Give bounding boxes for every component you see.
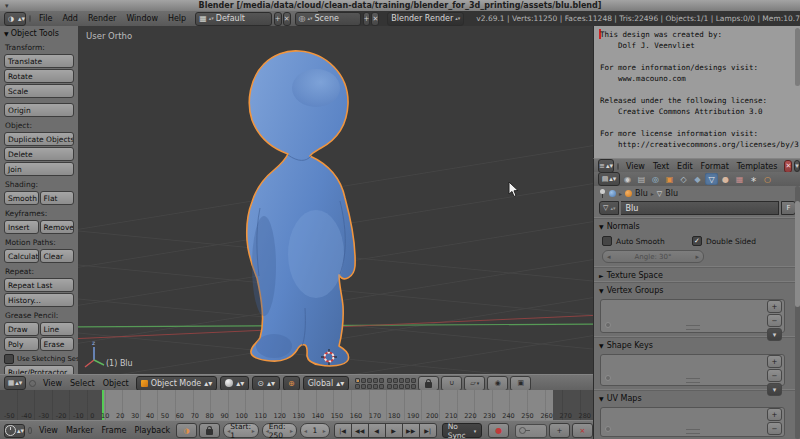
- world-tab-icon[interactable]: ◎: [649, 173, 662, 185]
- close-scene-button[interactable]: ✕: [371, 12, 379, 26]
- layer-toggle[interactable]: [361, 378, 366, 383]
- layer-toggle[interactable]: [387, 384, 392, 389]
- texture-tab-icon[interactable]: ▦: [733, 173, 746, 185]
- panel-header-vertex-groups[interactable]: ▼Vertex Groups: [594, 282, 800, 297]
- preview-range-button[interactable]: ◑: [176, 423, 197, 438]
- menu-item[interactable]: View: [35, 426, 62, 435]
- translate-button[interactable]: Translate: [4, 54, 74, 68]
- auto-smooth-angle-slider[interactable]: ◂ Angle: 30° ▸: [602, 250, 704, 263]
- play-button[interactable]: ▶: [385, 423, 403, 438]
- layer-toggle[interactable]: [367, 384, 372, 389]
- menu-item[interactable]: Object: [99, 379, 133, 388]
- layer-buttons[interactable]: [355, 378, 416, 389]
- render-engine-selector[interactable]: Blender Render ▴▾: [387, 12, 464, 26]
- remove-keyframe-button[interactable]: Remove: [40, 220, 75, 234]
- menu-item[interactable]: Format: [697, 162, 733, 171]
- layer-toggle[interactable]: [405, 378, 410, 383]
- uv-maps-list[interactable]: + −: [600, 407, 785, 437]
- material-tab-icon[interactable]: ●: [719, 173, 732, 185]
- menu-item[interactable]: Render: [83, 14, 121, 23]
- manipulator-toggle[interactable]: ⊕: [283, 376, 300, 391]
- menu-item[interactable]: Text: [649, 162, 673, 171]
- timeline-ruler[interactable]: -50-40-30-20-100102030405060708090100110…: [0, 390, 593, 420]
- layer-group-1[interactable]: [355, 378, 384, 389]
- resize-grip-icon[interactable]: [686, 378, 700, 383]
- gp-draw-button[interactable]: Draw: [4, 322, 39, 336]
- keying-set-field[interactable]: [515, 424, 547, 438]
- clear-paths-button[interactable]: Clear: [40, 249, 75, 263]
- history-button[interactable]: History...: [4, 293, 74, 307]
- object-tab-icon[interactable]: ▣: [663, 173, 676, 185]
- lock-to-scene-button[interactable]: [418, 376, 439, 391]
- render-opengl-anim-button[interactable]: ▣: [510, 376, 531, 391]
- menu-item[interactable]: Select: [66, 379, 99, 388]
- window-menu-icon[interactable]: ▾: [5, 2, 9, 10]
- layer-group-2[interactable]: [387, 378, 416, 389]
- shape-keys-list[interactable]: + − ▾: [600, 354, 785, 386]
- gp-line-button[interactable]: Line: [40, 322, 75, 336]
- browse-text-icon[interactable]: ▾: [794, 160, 800, 172]
- mesh-datablock-icon[interactable]: ▽▴▾: [599, 201, 619, 215]
- pin-icon[interactable]: [599, 189, 606, 198]
- editor-type-button-properties[interactable]: ▤ ▴▾: [598, 172, 620, 186]
- menu-item[interactable]: Frame: [98, 426, 131, 435]
- next-keyframe-button[interactable]: ▶▶: [402, 423, 420, 438]
- origin-button[interactable]: Origin: [4, 103, 74, 117]
- text-editor[interactable]: This design was created by: Dolf J. Veen…: [593, 26, 800, 158]
- header-collapse-icon[interactable]: [29, 15, 31, 22]
- use-sketching-sessions-checkbox[interactable]: Use Sketching Sessions: [4, 354, 76, 364]
- viewport-shading-selector[interactable]: ▴▾: [220, 376, 249, 391]
- remove-uv-map-button[interactable]: −: [767, 422, 782, 435]
- shape-key-specials-button[interactable]: ▾: [767, 383, 782, 396]
- snap-element-selector[interactable]: ▱▾: [464, 376, 485, 391]
- add-uv-map-button[interactable]: +: [767, 408, 782, 421]
- modifiers-tab-icon[interactable]: ◆: [691, 173, 704, 185]
- duplicate-objects-button[interactable]: Duplicate Objects: [4, 132, 74, 146]
- physics-tab-icon[interactable]: ○: [761, 173, 774, 185]
- menu-item[interactable]: File: [34, 14, 57, 23]
- jump-to-end-button[interactable]: ▶|: [419, 423, 437, 438]
- gp-erase-button[interactable]: Erase: [40, 337, 75, 351]
- editor-type-button-timeline[interactable]: ▴▾: [4, 424, 25, 438]
- layer-toggle[interactable]: [399, 378, 404, 383]
- sync-mode-selector[interactable]: No Sync ▾: [442, 423, 483, 438]
- layer-toggle[interactable]: [355, 378, 360, 383]
- particles-tab-icon[interactable]: ∗: [747, 173, 760, 185]
- step-left-icon[interactable]: ◂: [607, 253, 611, 261]
- step-left-icon[interactable]: ◂: [304, 427, 307, 434]
- menu-item[interactable]: Templates: [733, 162, 782, 171]
- join-button[interactable]: Join: [4, 162, 74, 176]
- editor-type-button-3dview[interactable]: ▦ ▴▾: [4, 376, 26, 390]
- layer-toggle[interactable]: [387, 378, 392, 383]
- remove-shape-key-button[interactable]: −: [767, 369, 782, 382]
- flat-button[interactable]: Flat: [40, 191, 75, 205]
- layer-toggle[interactable]: [411, 384, 416, 389]
- frame-start-field[interactable]: ◂ Start: 1 ▸: [223, 423, 258, 438]
- gp-poly-button[interactable]: Poly: [4, 337, 39, 351]
- pivot-center-selector[interactable]: ⊙ ▴▾: [252, 376, 280, 391]
- license-text[interactable]: This design was created by: Dolf J. Veen…: [600, 29, 791, 150]
- layer-toggle[interactable]: [367, 378, 372, 383]
- scene-tab-icon[interactable]: ▤: [635, 173, 648, 185]
- auto-smooth-checkbox[interactable]: [602, 236, 612, 246]
- double-sided-checkbox[interactable]: ✓: [692, 236, 702, 246]
- add-shape-key-button[interactable]: +: [767, 355, 782, 368]
- add-scene-button[interactable]: +: [363, 12, 371, 26]
- menu-item[interactable]: Marker: [62, 426, 98, 435]
- menu-item[interactable]: Help: [163, 14, 191, 23]
- add-layout-button[interactable]: +: [274, 12, 282, 26]
- delete-button[interactable]: Delete: [4, 147, 74, 161]
- step-right-icon[interactable]: ▸: [252, 427, 255, 434]
- properties-scrollbar[interactable]: [795, 186, 800, 439]
- fake-user-button[interactable]: F: [781, 201, 796, 215]
- step-right-icon[interactable]: ▸: [290, 427, 293, 434]
- layer-toggle[interactable]: [393, 384, 398, 389]
- layer-toggle[interactable]: [373, 384, 378, 389]
- text-scrollbar[interactable]: [795, 28, 800, 86]
- header-collapse-icon[interactable]: [617, 163, 619, 170]
- menu-item[interactable]: Edit: [673, 162, 697, 171]
- smooth-button[interactable]: Smooth: [4, 191, 39, 205]
- snap-toggle-button[interactable]: ∪: [441, 376, 462, 391]
- auto-keyframe-button[interactable]: ●: [488, 423, 509, 438]
- constraints-tab-icon[interactable]: ◇: [677, 173, 690, 185]
